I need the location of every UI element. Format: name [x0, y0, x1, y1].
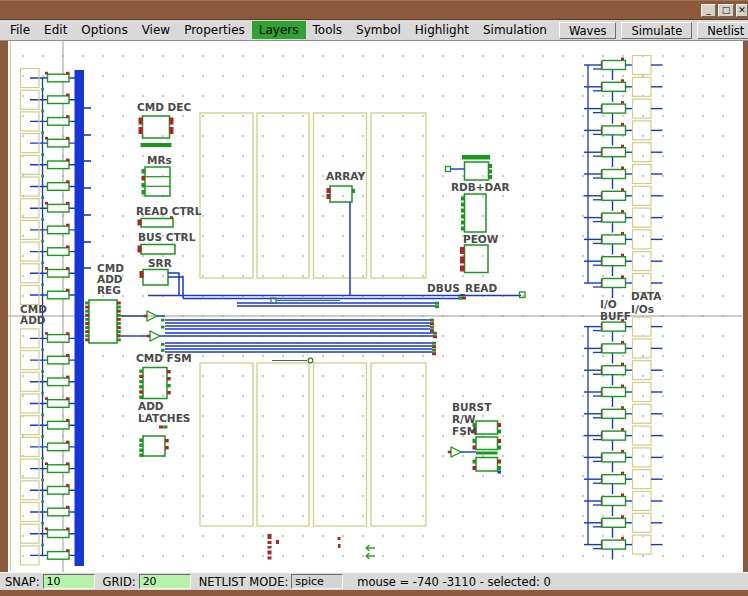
- grid-label: GRID:: [103, 575, 136, 589]
- label-burst-rw-fsm: R/W: [452, 413, 476, 425]
- menu-item-highlight[interactable]: Highlight: [408, 21, 476, 39]
- window-frame-left: [0, 41, 8, 572]
- menu-item-symbol[interactable]: Symbol: [349, 21, 408, 39]
- label-add-latches: LATCHES: [138, 412, 190, 424]
- menu-item-edit[interactable]: Edit: [37, 21, 74, 39]
- maximize-button[interactable]: □: [718, 4, 734, 17]
- waves-button[interactable]: Waves: [559, 22, 617, 39]
- label-dbus-read: DBUS_READ: [427, 282, 497, 295]
- menu-bar: FileEditOptionsViewPropertiesLayersTools…: [0, 20, 748, 41]
- menu-item-properties[interactable]: Properties: [177, 21, 252, 39]
- netlist-mode-label: NETLIST MODE:: [199, 575, 289, 589]
- label-read-ctrl: READ CTRL: [136, 205, 202, 217]
- label-array: ARRAY: [326, 170, 365, 182]
- label-add-latches: ADD: [138, 400, 164, 412]
- close-button[interactable]: ✕: [736, 4, 748, 17]
- grid-input[interactable]: [139, 574, 191, 589]
- menu-item-options[interactable]: Options: [74, 21, 134, 39]
- netlist-button[interactable]: Netlist: [697, 22, 748, 39]
- label-peow: PEOW: [463, 233, 499, 245]
- status-bar: SNAP: GRID: NETLIST MODE: mouse = -740 -…: [0, 572, 748, 590]
- menu-item-file[interactable]: File: [3, 21, 37, 39]
- menu-item-simulation[interactable]: Simulation: [476, 21, 554, 39]
- label-mrs: MRs: [147, 154, 172, 166]
- application-window: { "window": { "controls": [ {"name": "mi…: [0, 0, 748, 596]
- label-io-buff: BUFF: [600, 310, 631, 322]
- netlist-mode-input[interactable]: [291, 574, 343, 589]
- menu-items: FileEditOptionsViewPropertiesLayersTools…: [3, 21, 554, 39]
- label-bus-ctrl: BUS CTRL: [138, 231, 196, 243]
- toolbar-buttons: WavesSimulateNetlistHelp: [554, 22, 748, 39]
- mouse-position: mouse = -740 -3110 - selected: 0: [357, 575, 551, 589]
- label-cmd-dec: CMD DEC: [137, 101, 191, 113]
- menu-item-layers[interactable]: Layers: [252, 21, 306, 39]
- simulate-button[interactable]: Simulate: [621, 22, 692, 39]
- label-io-buff: I/O: [600, 298, 617, 310]
- label-cmd-add-reg: REG: [97, 284, 121, 296]
- schematic-canvas[interactable]: CMDADDCMD DECMRsREAD CTRLBUS CTRLSRRCMDA…: [8, 41, 742, 572]
- label-cmd-fsm: CMD FSM: [136, 352, 192, 364]
- label-data-ios: I/Os: [631, 303, 654, 315]
- window-frame-bottom: [0, 590, 748, 596]
- minimize-button[interactable]: _: [701, 4, 716, 17]
- label-burst-rw-fsm: BURST: [452, 401, 492, 413]
- snap-label: SNAP:: [5, 575, 40, 589]
- title-bar: _ □ ✕: [0, 0, 748, 20]
- label-cmd-add: ADD: [20, 314, 46, 326]
- snap-input[interactable]: [43, 574, 95, 589]
- label-srr: SRR: [148, 257, 172, 269]
- label-rdb-dar: RDB+DAR: [451, 181, 510, 193]
- canvas-area: CMDADDCMD DECMRsREAD CTRLBUS CTRLSRRCMDA…: [0, 41, 748, 572]
- menu-item-view[interactable]: View: [135, 21, 177, 39]
- main-bus[interactable]: [75, 70, 85, 566]
- menu-item-tools[interactable]: Tools: [306, 21, 350, 39]
- window-frame-right: [743, 41, 748, 572]
- label-data-ios: DATA: [631, 290, 662, 302]
- label-burst-rw-fsm: FSM: [452, 425, 477, 437]
